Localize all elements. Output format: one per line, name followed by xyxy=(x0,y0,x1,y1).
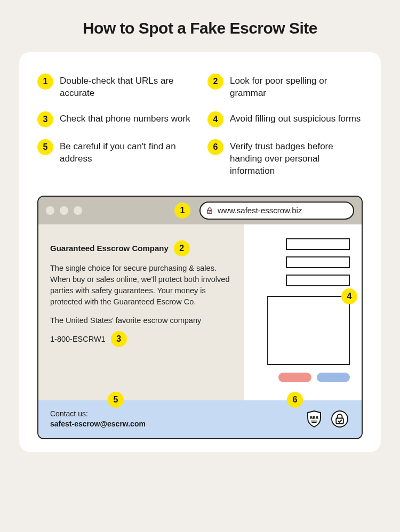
form-button-blue xyxy=(317,373,350,382)
page-left-column: Guaranteed Esscrow Company 2 The single … xyxy=(38,224,244,400)
tip-text: Be careful if you can't find an address xyxy=(60,139,193,165)
form-field xyxy=(286,275,350,286)
tip-text: Avoid filling out suspicious forms xyxy=(230,111,361,125)
trust-badges: BBB xyxy=(304,409,350,429)
phone-number: 1-800-ESCRW1 xyxy=(50,335,106,343)
tip-1: 1 Double-check that URLs are accurate xyxy=(37,74,193,100)
contact-label: Contact us: xyxy=(50,409,146,420)
page-right-column: 4 xyxy=(244,224,362,400)
company-name: Guaranteed Esscrow Company xyxy=(50,244,169,253)
tip-number: 3 xyxy=(37,111,53,127)
content-card: 1 Double-check that URLs are accurate 2 … xyxy=(19,52,381,452)
tip-number: 6 xyxy=(207,139,223,155)
marker-3: 3 xyxy=(111,331,127,347)
form-field xyxy=(286,238,350,250)
company-tagline: The United States' favorite escrow compa… xyxy=(50,315,234,326)
bbb-badge-icon: BBB xyxy=(304,409,324,429)
url-text: www.safest-esscrow.biz xyxy=(218,206,302,215)
tip-number: 1 xyxy=(37,74,53,90)
tip-text: Look for poor spelling or grammar xyxy=(230,74,363,100)
tip-4: 4 Avoid filling out suspicious forms xyxy=(207,111,363,127)
tip-number: 5 xyxy=(37,139,53,155)
tip-5: 5 Be careful if you can't find an addres… xyxy=(37,139,193,178)
marker-5: 5 xyxy=(108,392,124,408)
window-dot xyxy=(60,206,68,215)
url-bar: www.safest-esscrow.biz xyxy=(199,201,354,220)
marker-2: 2 xyxy=(174,240,190,256)
page-body: Guaranteed Esscrow Company 2 The single … xyxy=(38,224,362,400)
tip-text: Verify trust badges before handing over … xyxy=(230,139,363,178)
contact-block: Contact us: safest-escrow@escrw.com xyxy=(50,409,146,430)
window-dot xyxy=(74,206,82,215)
form-button-red xyxy=(278,373,311,382)
tips-grid: 1 Double-check that URLs are accurate 2 … xyxy=(37,74,363,178)
marker-1: 1 xyxy=(174,203,190,219)
form-field xyxy=(286,256,350,268)
marker-4: 4 xyxy=(341,288,357,304)
page-footer: 5 Contact us: safest-escrow@escrw.com 6 … xyxy=(38,400,362,438)
page: How to Spot a Fake Escrow Site 1 Double-… xyxy=(0,0,400,468)
secure-badge-icon xyxy=(330,409,350,429)
tip-2: 2 Look for poor spelling or grammar xyxy=(207,74,363,100)
tip-3: 3 Check that phone numbers work xyxy=(37,111,193,127)
window-dot xyxy=(46,206,54,215)
svg-rect-5 xyxy=(336,418,343,424)
svg-text:BBB: BBB xyxy=(310,415,319,420)
page-title: How to Spot a Fake Escrow Site xyxy=(19,19,381,37)
tip-text: Double-check that URLs are accurate xyxy=(60,74,193,100)
insecure-lock-icon xyxy=(206,207,213,214)
contact-email: safest-escrow@escrw.com xyxy=(50,419,146,430)
form-textarea: 4 xyxy=(267,296,350,365)
tip-number: 2 xyxy=(207,74,223,90)
browser-chrome: 1 www.safest-esscrow.biz xyxy=(38,197,362,224)
marker-6: 6 xyxy=(287,392,303,408)
browser-mockup: 1 www.safest-esscrow.biz Guaranteed Essc… xyxy=(37,196,363,439)
tip-6: 6 Verify trust badges before handing ove… xyxy=(207,139,363,178)
tip-number: 4 xyxy=(207,111,223,127)
form-buttons xyxy=(278,373,350,382)
company-description: The single choice for secure purchasing … xyxy=(50,263,234,308)
tip-text: Check that phone numbers work xyxy=(60,111,190,125)
